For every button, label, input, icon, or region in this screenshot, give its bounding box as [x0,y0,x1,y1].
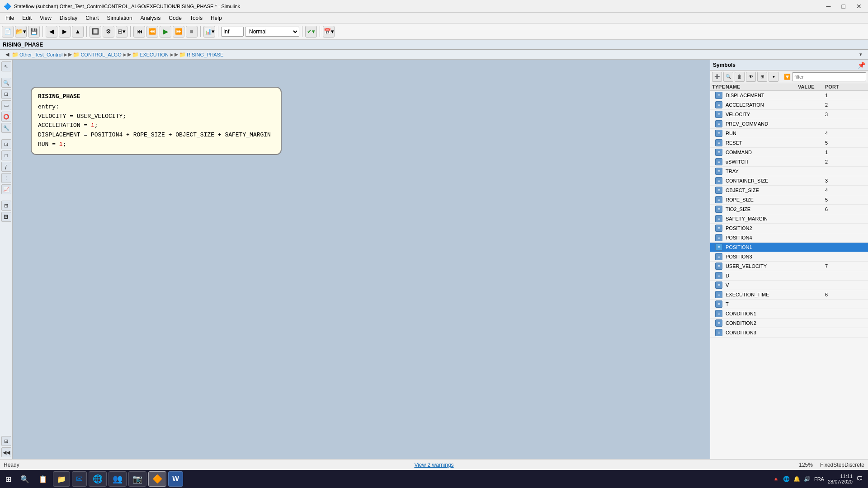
sym-table-button[interactable]: ⊞ [757,72,767,82]
run-button[interactable]: ▶ [160,26,171,38]
explorer-app[interactable]: 📁 [53,471,70,487]
step-back2-button[interactable]: ⏪ [146,26,158,38]
sym-row-v[interactable]: ≡V [710,281,868,290]
breadcrumb-dropdown-1[interactable]: ▶ [64,52,67,57]
lt-connect-button[interactable]: ⊡ [1,139,11,149]
sym-row-prev_command[interactable]: ≡PREV_COMMAND [710,119,868,129]
sym-row-rope_size[interactable]: ≡ROPE_SIZE5 [710,195,868,205]
sym-row-safety_margin[interactable]: ≡SAFETY_MARGIN [710,214,868,224]
sym-row-reset[interactable]: ≡RESET5 [710,138,868,148]
lt-zoom-in-button[interactable]: 🔍 [1,78,11,88]
sym-row-uswitch[interactable]: ≡uSWITCH2 [710,157,868,167]
sym-add-button[interactable]: ➕ [712,72,722,82]
new-button[interactable]: 📄 [2,26,14,38]
up-button[interactable]: ▲ [72,26,84,38]
path-back-button[interactable]: ◀ [3,50,12,59]
lt-tools-button[interactable]: 🔧 [1,123,11,133]
stop-button[interactable]: ■ [186,26,198,38]
breadcrumb-dropdown-2[interactable]: ▶ [123,52,127,57]
breadcrumb-root[interactable]: 📁 Other_Test_Control ▶ [12,52,67,58]
breadcrumb-dropdown-3[interactable]: ▶ [170,52,174,57]
sym-row-velocity[interactable]: ≡VELOCITY3 [710,110,868,119]
camera-app[interactable]: 📷 [128,471,146,487]
state-block[interactable]: RISING_PHASE entry: VELOCITY = USER_VELO… [31,87,282,155]
sym-row-tio2_size[interactable]: ≡TIO2_SIZE6 [710,205,868,214]
menu-display[interactable]: Display [56,14,81,22]
tray-icon-3[interactable]: 🔔 [793,476,800,482]
sym-row-condition2[interactable]: ≡CONDITION2 [710,319,868,328]
menu-edit[interactable]: Edit [19,14,35,22]
sym-row-object_size[interactable]: ≡OBJECT_SIZE4 [710,186,868,195]
sym-row-position2[interactable]: ≡POSITION2 [710,224,868,233]
stateflow-button[interactable]: 🔲 [90,26,101,38]
sim-time-input[interactable]: Inf [221,27,244,37]
search-taskbar-button[interactable]: 🔍 [17,471,33,487]
sym-view-button[interactable]: 👁 [746,72,756,82]
symbols-pin-button[interactable]: 📌 [858,61,865,69]
lt-box-button[interactable]: □ [1,150,11,160]
tray-icon-1[interactable]: 🔺 [773,476,779,482]
sym-row-command[interactable]: ≡COMMAND1 [710,148,868,157]
sym-row-tray[interactable]: ≡TRAY [710,167,868,176]
warning-link[interactable]: View 2 warnings [414,462,453,468]
sym-row-t[interactable]: ≡T [710,300,868,309]
symbols-list[interactable]: ≡DISPLACEMENT1≡ACCELERATION2≡VELOCITY3≡P… [710,91,868,459]
taskview-button[interactable]: 📋 [35,471,51,487]
menu-file[interactable]: File [2,14,18,22]
lt-data-button[interactable]: ⋮ [1,173,11,183]
menu-chart[interactable]: Chart [82,14,102,22]
teams-app[interactable]: 👥 [108,471,127,487]
settings-button[interactable]: ⚙ [103,26,114,38]
lt-cursor-button[interactable]: ↖ [1,61,11,71]
grid-button[interactable]: ⊞▾ [116,26,127,38]
menu-simulation[interactable]: Simulation [104,14,136,22]
start-button[interactable]: ⊞ [2,471,15,487]
lt-bottom1-button[interactable]: ⊞ [1,201,11,211]
sym-resolve-button[interactable]: 🔍 [723,72,733,82]
maximize-button[interactable]: □ [839,2,848,11]
scope-button[interactable]: 📊▾ [203,26,215,38]
sym-row-condition1[interactable]: ≡CONDITION1 [710,309,868,319]
word-app[interactable]: W [168,471,183,487]
notification-button[interactable]: 🗨 [856,475,863,483]
sym-row-position1[interactable]: ≡POSITION1 [710,243,868,252]
sym-more-button[interactable]: ▾ [769,72,778,82]
canvas-area[interactable]: RISING_PHASE entry: VELOCITY = USER_VELO… [13,60,710,459]
breadcrumb-label-3[interactable]: EXECUTION [140,52,169,57]
back-button[interactable]: ◀ [46,26,57,38]
step-back-button[interactable]: ⏮ [133,26,145,38]
breadcrumb-label-2[interactable]: CONTROL_ALGO [80,52,121,57]
sym-row-user_velocity[interactable]: ≡USER_VELOCITY7 [710,262,868,271]
lt-annotation-button[interactable]: ▭ [1,100,11,110]
open-dropdown[interactable]: 📂▾ [15,26,27,38]
lt-state-button[interactable]: ⭕ [1,112,11,122]
breadcrumb-label-4[interactable]: RISING_PHASE [187,52,223,57]
menu-code[interactable]: Code [165,14,185,22]
sym-row-position3[interactable]: ≡POSITION3 [710,252,868,262]
breadcrumb-item-2[interactable]: 📁 CONTROL_ALGO ▶ [73,52,126,58]
sym-row-d[interactable]: ≡D [710,271,868,281]
lt-fit-button[interactable]: ⊡ [1,89,11,99]
check-button[interactable]: ✔▾ [305,26,317,38]
lt-chart-button[interactable]: 📈 [1,184,11,194]
tray-volume[interactable]: 🔊 [804,476,811,482]
mail-app[interactable]: ✉ [72,471,87,487]
chrome-app[interactable]: 🌐 [89,471,107,487]
breadcrumb-item-3[interactable]: 📁 EXECUTION ▶ [132,52,174,58]
sym-delete-button[interactable]: 🗑 [735,72,745,82]
minimize-button[interactable]: ─ [824,2,834,11]
matlab-app[interactable]: 🔶 [148,471,166,487]
sym-row-run[interactable]: ≡RUN4 [710,129,868,138]
sim-mode-select[interactable]: Normal Accelerator Rapid Accelerator [245,27,299,37]
lt-func-button[interactable]: ƒ [1,162,11,172]
step-button[interactable]: ⏩ [173,26,184,38]
sym-row-execution_time[interactable]: ≡EXECUTION_TIME6 [710,290,868,300]
menu-help[interactable]: Help [207,14,226,22]
lt-bottom2-button[interactable]: 🖼 [1,212,11,222]
save-button[interactable]: 💾 [28,26,40,38]
sym-row-position4[interactable]: ≡POSITION4 [710,233,868,243]
menu-tools[interactable]: Tools [186,14,206,22]
sym-filter-input[interactable] [792,72,866,81]
sym-row-acceleration[interactable]: ≡ACCELERATION2 [710,100,868,110]
breadcrumb-label-1[interactable]: Other_Test_Control [19,52,62,57]
